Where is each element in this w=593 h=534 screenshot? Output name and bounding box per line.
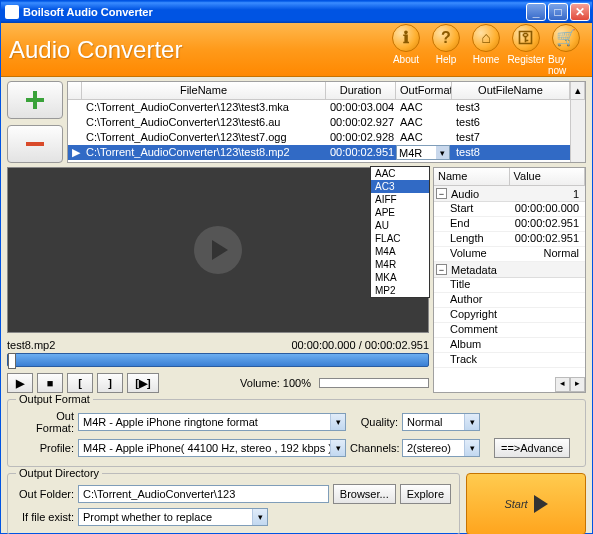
props-col-name[interactable]: Name [434, 168, 510, 185]
titlebar: Boilsoft Audio Converter _ □ ✕ [1, 1, 592, 23]
volume-label: Volume: 100% [240, 377, 311, 389]
outformat-dropdown[interactable]: M4R▾ [396, 145, 450, 160]
out-format-select[interactable]: M4R - Apple iPhone ringtone format▾ [78, 413, 346, 431]
property-row[interactable]: End00:00:02.951 [434, 217, 585, 232]
property-row[interactable]: Copyright [434, 308, 585, 323]
close-button[interactable]: ✕ [570, 3, 590, 21]
property-row[interactable]: VolumeNormal [434, 247, 585, 262]
out-folder-input[interactable]: C:\Torrent_AudioConverter\123 [78, 485, 329, 503]
channels-select[interactable]: 2(stereo)▾ [402, 439, 480, 457]
chevron-down-icon: ▾ [330, 414, 345, 430]
window-title: Boilsoft Audio Converter [23, 6, 153, 18]
dropdown-option[interactable]: FLAC [371, 232, 429, 245]
chevron-down-icon: ▾ [464, 414, 479, 430]
dropdown-option[interactable]: AIFF [371, 193, 429, 206]
out-format-label: Out Format: [16, 410, 74, 434]
property-row[interactable]: Album [434, 338, 585, 353]
minus-icon [23, 132, 47, 156]
about-button[interactable]: ℹAbout [388, 24, 424, 76]
dropdown-option[interactable]: APE [371, 206, 429, 219]
remove-file-button[interactable] [7, 125, 63, 163]
props-category-audio[interactable]: −Audio1 [434, 186, 585, 202]
property-row[interactable]: Author [434, 293, 585, 308]
output-directory-group: Output Directory Out Folder: C:\Torrent_… [7, 473, 460, 534]
output-format-group: Output Format Out Format: M4R - Apple iP… [7, 399, 586, 467]
props-category-metadata[interactable]: −Metadata [434, 262, 585, 278]
col-outformat[interactable]: OutFormat [396, 82, 452, 99]
dropdown-option[interactable]: AAC [371, 167, 429, 180]
preview-screen: AACAC3AIFFAPEAUFLACM4AM4RMKAMP2 [7, 167, 429, 333]
mark-out-button[interactable]: ] [97, 373, 123, 393]
table-scroll-up[interactable]: ▴ [570, 82, 585, 99]
preview-time: 00:00:00.000 / 00:00:02.951 [291, 339, 429, 351]
col-duration[interactable]: Duration [326, 82, 396, 99]
col-outfilename[interactable]: OutFileName [452, 82, 570, 99]
play-button[interactable]: ▶ [7, 373, 33, 393]
profile-select[interactable]: M4R - Apple iPhone( 44100 Hz, stereo , 1… [78, 439, 346, 457]
app-icon [5, 5, 19, 19]
file-table: FileName Duration OutFormat OutFileName … [67, 81, 586, 163]
dropdown-option[interactable]: M4R [371, 258, 429, 271]
browser-button[interactable]: Browser... [333, 484, 396, 504]
volume-slider[interactable] [319, 378, 429, 388]
property-row[interactable]: Length00:00:02.951 [434, 232, 585, 247]
if-exist-select[interactable]: Prompt whether to replace▾ [78, 508, 268, 526]
property-row[interactable]: Start00:00:00.000 [434, 202, 585, 217]
table-row[interactable]: C:\Torrent_AudioConverter\123\test8.ra00… [68, 160, 585, 163]
add-file-button[interactable] [7, 81, 63, 119]
register-icon: ⚿ [512, 24, 540, 52]
stop-button[interactable]: ■ [37, 373, 63, 393]
property-row[interactable]: Track [434, 353, 585, 368]
about-icon: ℹ [392, 24, 420, 52]
props-scroll-left[interactable]: ◂ [555, 377, 570, 392]
mark-in-button[interactable]: [ [67, 373, 93, 393]
buy now-icon: 🛒 [552, 24, 580, 52]
table-row[interactable]: ▶C:\Torrent_AudioConverter\123\test8.mp2… [68, 145, 585, 160]
table-row[interactable]: C:\Torrent_AudioConverter\123\test6.au00… [68, 115, 585, 130]
dropdown-option[interactable]: MKA [371, 271, 429, 284]
col-filename[interactable]: FileName [82, 82, 326, 99]
advance-button[interactable]: ==>Advance [494, 438, 570, 458]
plus-icon [23, 88, 47, 112]
if-exist-label: If file exist: [16, 511, 74, 523]
properties-panel: Name Value −Audio1 Start00:00:00.000End0… [433, 167, 586, 393]
preview-filename: test8.mp2 [7, 339, 55, 351]
svg-rect-0 [26, 142, 44, 146]
out-folder-label: Out Folder: [16, 488, 74, 500]
dropdown-option[interactable]: AU [371, 219, 429, 232]
property-row[interactable]: Title [434, 278, 585, 293]
profile-label: Profile: [16, 442, 74, 454]
dropdown-option[interactable]: MP2 [371, 284, 429, 297]
mark-range-button[interactable]: [▶] [127, 373, 159, 393]
dropdown-option[interactable]: AC3 [371, 180, 429, 193]
table-row[interactable]: C:\Torrent_AudioConverter\123\test7.ogg0… [68, 130, 585, 145]
props-scroll-right[interactable]: ▸ [570, 377, 585, 392]
buy-now-button[interactable]: 🛒Buy now [548, 24, 584, 76]
help-icon: ? [432, 24, 460, 52]
minimize-button[interactable]: _ [526, 3, 546, 21]
register-button[interactable]: ⚿Register [508, 24, 544, 76]
maximize-button[interactable]: □ [548, 3, 568, 21]
seek-thumb[interactable] [8, 353, 16, 369]
props-col-value[interactable]: Value [510, 168, 586, 185]
chevron-down-icon: ▾ [330, 440, 345, 456]
dropdown-option[interactable]: M4A [371, 245, 429, 258]
chevron-down-icon: ▾ [464, 440, 479, 456]
property-row[interactable]: Comment [434, 323, 585, 338]
help-button[interactable]: ?Help [428, 24, 464, 76]
quality-label: Quality: [350, 416, 398, 428]
start-button[interactable]: Start [466, 473, 586, 534]
table-row[interactable]: C:\Torrent_AudioConverter\123\test3.mka0… [68, 100, 585, 115]
quality-select[interactable]: Normal▾ [402, 413, 480, 431]
seek-bar[interactable] [7, 353, 429, 367]
home-icon: ⌂ [472, 24, 500, 52]
channels-label: Channels: [350, 442, 398, 454]
home-button[interactable]: ⌂Home [468, 24, 504, 76]
chevron-down-icon: ▾ [252, 509, 267, 525]
preview-play-icon[interactable] [194, 226, 242, 274]
explore-button[interactable]: Explore [400, 484, 451, 504]
chevron-down-icon: ▾ [436, 146, 449, 159]
header: Audio Converter ℹAbout?Help⌂Home⚿Registe… [1, 23, 592, 77]
app-title: Audio Converter [9, 36, 388, 64]
format-dropdown-list[interactable]: AACAC3AIFFAPEAUFLACM4AM4RMKAMP2 [370, 166, 430, 298]
